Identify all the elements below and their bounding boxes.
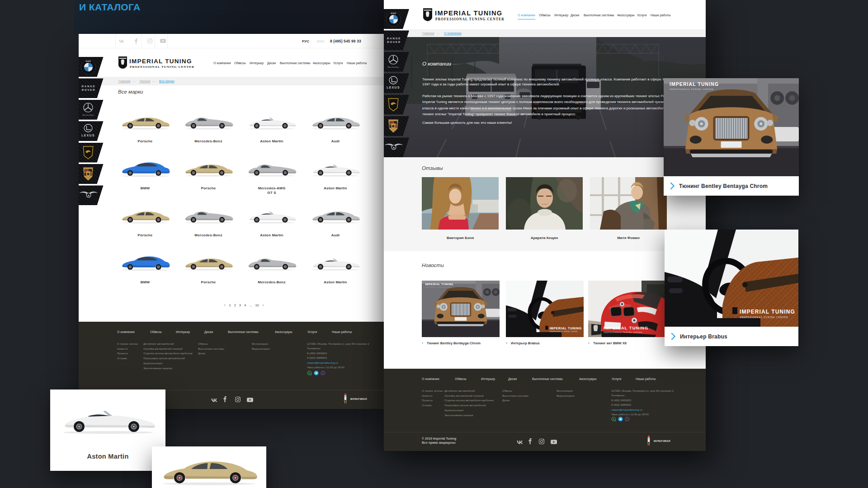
svg-text:LEXUS: LEXUS [81,134,95,137]
svg-text:Mercedes-Benz: Mercedes-Benz [82,113,94,116]
svg-text:B: B [87,194,90,197]
svg-text:BMW: BMW [85,60,90,62]
svg-text:B: B [393,146,395,149]
svg-text:Mercedes-Benz: Mercedes-Benz [387,66,399,68]
svg-text:BMW: BMW [391,12,396,14]
svg-text:LEXUS: LEXUS [387,86,400,89]
